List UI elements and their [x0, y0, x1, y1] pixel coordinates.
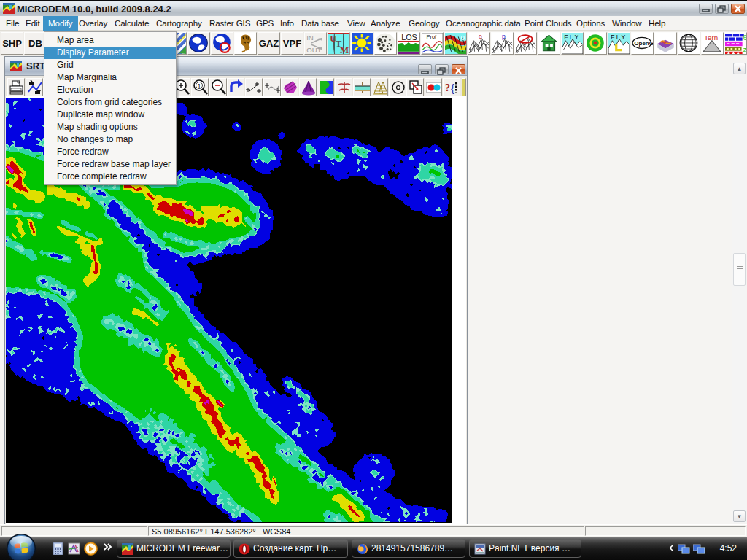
svg-text:OpenGL: OpenGL [634, 40, 653, 47]
svg-text:{: { [451, 82, 454, 94]
svg-text:p: p [502, 33, 506, 40]
svg-text:OUT: OUT [306, 46, 321, 54]
svg-text:θ: θ [743, 34, 746, 42]
svg-text:M: M [340, 45, 349, 54]
svg-text:Tern: Tern [704, 34, 718, 42]
svg-text:z: z [743, 46, 746, 53]
svg-text:LOS: LOS [401, 33, 417, 42]
svg-text:o: o [479, 33, 482, 40]
svg-text:?: ? [445, 82, 450, 93]
svg-text:Prof: Prof [426, 34, 437, 40]
svg-text:F L Y: F L Y [564, 34, 578, 41]
svg-text:0: 0 [460, 34, 464, 42]
svg-text:IN: IN [306, 34, 314, 42]
svg-text:F L Y: F L Y [611, 34, 625, 41]
